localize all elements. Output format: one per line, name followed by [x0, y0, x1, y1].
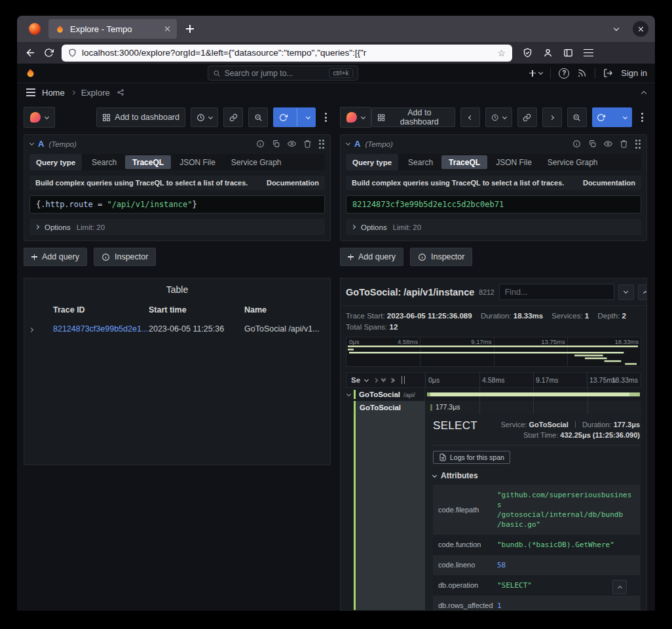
- add-to-dashboard-button[interactable]: Add to dashboard: [371, 107, 455, 127]
- time-shift-forward-button[interactable]: [542, 107, 562, 127]
- grafana-logo-icon[interactable]: [25, 67, 36, 79]
- span-name-cell[interactable]: GoToSocial /api/: [346, 388, 425, 401]
- duplicate-icon[interactable]: [588, 140, 597, 148]
- span-row-selected[interactable]: GoToSocial 177.3μs: [346, 401, 641, 414]
- time-shift-back-button[interactable]: [460, 107, 480, 127]
- hide-query-eye-icon[interactable]: [604, 140, 612, 148]
- extensions-shield-icon[interactable]: [523, 48, 532, 58]
- datasource-picker[interactable]: [340, 107, 371, 128]
- span-timeline-cell[interactable]: [425, 388, 641, 401]
- attributes-accordion[interactable]: Attributes: [433, 471, 640, 480]
- interval-segment[interactable]: [301, 108, 315, 126]
- query-row-header[interactable]: A (Tempo): [341, 135, 646, 153]
- selected-span-name[interactable]: GoToSocial: [354, 401, 425, 414]
- documentation-link[interactable]: Documentation: [267, 179, 319, 187]
- query-row-header[interactable]: A (Tempo): [24, 135, 330, 153]
- zoom-out-button[interactable]: [248, 107, 268, 127]
- sidebar-icon[interactable]: [563, 48, 573, 58]
- options-row[interactable]: Options Limit: 20: [346, 219, 641, 235]
- scroll-to-top-button[interactable]: [612, 580, 627, 594]
- firefox-icon[interactable]: [29, 23, 41, 35]
- span-row-root[interactable]: GoToSocial /api/: [346, 388, 641, 401]
- url-bar[interactable]: ☆: [62, 45, 512, 62]
- expand-one-icon[interactable]: [373, 377, 378, 382]
- search-input[interactable]: Search or jump to... ctrl+k: [208, 66, 358, 81]
- remove-query-trash-icon[interactable]: [620, 140, 628, 148]
- traceql-query-input[interactable]: {.http.route = "/api/v1/instance"}: [29, 195, 325, 214]
- column-start-time[interactable]: Start time: [149, 305, 244, 314]
- back-button[interactable]: [25, 47, 36, 58]
- tab-service-graph[interactable]: Service Graph: [540, 155, 605, 169]
- find-next-button[interactable]: [638, 284, 647, 300]
- trace-minimap[interactable]: 0μs 4.58ms 9.17ms 13.75ms 18.33ms: [346, 337, 641, 367]
- time-picker-button[interactable]: [191, 107, 218, 127]
- hide-query-eye-icon[interactable]: [288, 140, 296, 148]
- span-bar[interactable]: [430, 404, 432, 411]
- new-menu-button[interactable]: [529, 70, 542, 77]
- datasource-picker[interactable]: [24, 107, 55, 128]
- help-button[interactable]: ?: [559, 68, 569, 79]
- add-query-button[interactable]: Add query: [24, 248, 87, 266]
- span-name-cell[interactable]: GoToSocial: [346, 401, 425, 414]
- collapse-query-icon[interactable]: [29, 141, 34, 145]
- span-timeline-cell[interactable]: 177.3μs: [425, 401, 641, 414]
- tab-service-graph[interactable]: Service Graph: [224, 155, 289, 169]
- find-prev-button[interactable]: [618, 284, 634, 300]
- tab-json-file[interactable]: JSON File: [172, 155, 223, 169]
- traceql-query-input[interactable]: 82124873cf3e99b5d2e1cc5d2bc0eb71: [346, 195, 641, 214]
- chevron-down-icon[interactable]: [346, 391, 351, 396]
- tab-list-button[interactable]: [614, 26, 619, 31]
- share-icon[interactable]: [117, 88, 124, 96]
- url-input[interactable]: [82, 48, 492, 58]
- bookmark-star-icon[interactable]: ☆: [497, 48, 506, 58]
- info-icon[interactable]: [256, 140, 265, 148]
- duplicate-icon[interactable]: [272, 140, 280, 148]
- info-icon[interactable]: [572, 140, 581, 148]
- collapse-all-icon[interactable]: [382, 379, 385, 381]
- copy-link-button[interactable]: [223, 107, 243, 127]
- row-expander[interactable]: [29, 324, 53, 334]
- span-bar[interactable]: [427, 392, 640, 396]
- inspector-button[interactable]: Inspector: [94, 248, 156, 266]
- refresh-segment[interactable]: [274, 108, 293, 126]
- column-name[interactable]: Name: [244, 305, 325, 314]
- tab-traceql[interactable]: TraceQL: [441, 155, 487, 169]
- shield-icon[interactable]: [68, 48, 77, 57]
- expand-all-icon[interactable]: [390, 379, 394, 382]
- table-row[interactable]: 82124873cf3e99b5d2e1... 2023-06-05 11:25…: [24, 320, 330, 338]
- run-query-button[interactable]: [273, 107, 316, 127]
- tab-search[interactable]: Search: [401, 155, 440, 169]
- tab-traceql[interactable]: TraceQL: [125, 155, 171, 169]
- refresh-segment[interactable]: [591, 108, 610, 126]
- more-actions-button[interactable]: [637, 113, 647, 122]
- options-row[interactable]: Options Limit: 20: [29, 219, 325, 235]
- trace-id-link[interactable]: 82124873cf3e99b5d2e1...: [53, 324, 149, 334]
- column-trace-id[interactable]: Trace ID: [53, 305, 149, 314]
- menu-icon[interactable]: [584, 52, 593, 54]
- tab-json-file[interactable]: JSON File: [489, 155, 539, 169]
- remove-query-trash-icon[interactable]: [303, 140, 312, 148]
- run-query-button[interactable]: [592, 107, 632, 127]
- logs-for-span-button[interactable]: Logs for this span: [433, 451, 510, 464]
- time-picker-button[interactable]: [485, 107, 512, 127]
- drag-handle-icon[interactable]: [635, 140, 641, 149]
- window-close-button[interactable]: [633, 21, 648, 37]
- inspector-button[interactable]: Inspector: [410, 248, 472, 266]
- drag-handle-icon[interactable]: [319, 140, 325, 149]
- zoom-out-button[interactable]: [567, 107, 587, 127]
- copy-link-button[interactable]: [517, 107, 537, 127]
- reload-button[interactable]: [44, 48, 54, 58]
- service-operation-header[interactable]: Se: [346, 373, 426, 387]
- breadcrumb-explore[interactable]: Explore: [81, 88, 110, 98]
- find-input[interactable]: [499, 284, 614, 300]
- account-icon[interactable]: [543, 48, 553, 58]
- breadcrumb-home[interactable]: Home: [42, 88, 65, 98]
- column-resize-handle[interactable]: [401, 376, 405, 384]
- more-actions-button[interactable]: [321, 113, 331, 122]
- tab-search[interactable]: Search: [84, 155, 124, 169]
- collapse-query-icon[interactable]: [346, 141, 350, 145]
- new-tab-button[interactable]: [186, 25, 194, 33]
- tab-close-icon[interactable]: [164, 26, 170, 32]
- interval-segment[interactable]: [618, 108, 632, 126]
- add-to-dashboard-button[interactable]: Add to dashboard: [96, 107, 185, 127]
